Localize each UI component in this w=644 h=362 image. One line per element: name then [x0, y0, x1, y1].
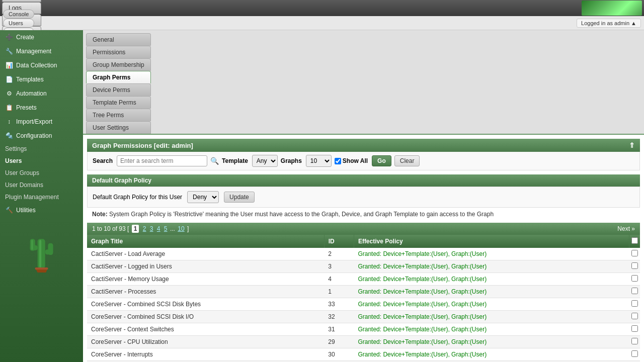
breadcrumb-item-console[interactable]: Console — [3, 10, 34, 19]
page-2[interactable]: 2 — [143, 225, 146, 232]
update-button[interactable]: Update — [224, 192, 255, 203]
go-button[interactable]: Go — [372, 155, 391, 166]
sidebar-item-create[interactable]: ➕Create — [0, 30, 83, 44]
svg-rect-8 — [35, 267, 48, 269]
cell-effective-policy: Granted: Device+Template:(User), Graph:(… — [354, 248, 629, 260]
sidebar-label-templates: Templates — [16, 76, 44, 83]
sidebar-item-templates[interactable]: 📄Templates — [0, 72, 83, 86]
table-row: CoreServer - Combined SCSI Disk I/O32Gra… — [87, 311, 640, 323]
row-checkbox-2[interactable] — [631, 275, 638, 282]
policy-label: Default Graph Policy for this User — [93, 194, 182, 201]
sidebar-item-import/export[interactable]: ↕Import/Export — [0, 115, 83, 129]
table-row: CoreServer - Combined SCSI Disk Bytes33G… — [87, 298, 640, 311]
policy-select[interactable]: Deny Allow — [187, 191, 219, 203]
sidebar-plain-user-groups[interactable]: User Groups — [0, 167, 83, 179]
graphs-label: Graphs — [281, 157, 302, 164]
row-checkbox-4[interactable] — [631, 300, 638, 307]
page-10[interactable]: 10 — [178, 225, 184, 232]
pagination-top-row: 1 to 10 of 93 [ 1 2 3 4 5 ... 10 ] Next … — [87, 223, 640, 235]
tab-user-settings[interactable]: User Settings — [86, 121, 151, 134]
sidebar-plain-settings[interactable]: Settings — [0, 143, 83, 155]
cell-id: 33 — [324, 298, 354, 311]
page-1-current[interactable]: 1 — [132, 225, 139, 233]
cell-effective-policy: Granted: Device+Template:(User), Graph:(… — [354, 336, 629, 348]
sidebar-item-configuration[interactable]: 🔩Configuration — [0, 129, 83, 143]
cell-effective-policy: Granted: Device+Template:(User), Graph:(… — [354, 286, 629, 298]
cell-graph-title: CoreServer - Context Switches — [87, 323, 324, 336]
col-id: ID — [324, 235, 354, 248]
panel-title: Graph Permissions [edit: admin] — [92, 142, 193, 149]
graphs-select[interactable]: 10 25 50 100 — [306, 155, 332, 167]
select-all-checkbox[interactable] — [631, 237, 638, 244]
sidebar-item-management[interactable]: 🔧Management — [0, 44, 83, 58]
page-ellipsis: ... — [170, 225, 175, 232]
show-all-checkbox[interactable] — [335, 158, 341, 164]
table-row: CoreServer - Context Switches31Granted: … — [87, 323, 640, 336]
sidebar-label-create: Create — [16, 34, 34, 41]
sidebar-plain-plugin-management[interactable]: Plugin Management — [0, 191, 83, 203]
cell-checkbox — [629, 311, 640, 323]
table-row: CactiServer - Load Average2Granted: Devi… — [87, 248, 640, 260]
next-button-top[interactable]: Next » — [617, 225, 635, 232]
tab-permissions[interactable]: Permissions — [86, 46, 151, 58]
tab-template-perms[interactable]: Template Perms — [86, 96, 151, 109]
row-checkbox-1[interactable] — [631, 262, 638, 269]
expand-icon[interactable]: ⇑ — [629, 141, 635, 149]
search-input[interactable] — [117, 155, 207, 166]
cell-id: 2 — [324, 248, 354, 260]
cell-id: 3 — [324, 260, 354, 273]
sidebar-label-configuration: Configuration — [16, 132, 52, 139]
cell-id: 30 — [324, 348, 354, 361]
cell-id: 32 — [324, 311, 354, 323]
cell-graph-title: CoreServer - CPU Utilization — [87, 336, 324, 348]
tab-graph-perms[interactable]: Graph Perms — [86, 71, 151, 83]
search-label: Search — [93, 157, 113, 164]
page-4[interactable]: 4 — [157, 225, 160, 232]
table-row: CactiServer - Memory Usage4Granted: Devi… — [87, 273, 640, 286]
content-area: GeneralPermissionsGroup MembershipGraph … — [83, 30, 644, 362]
pagination-top-text: 1 to 10 of 93 [ 1 2 3 4 5 ... 10 ] — [92, 225, 189, 232]
row-checkbox-6[interactable] — [631, 325, 638, 332]
sidebar-icon-import/export: ↕ — [5, 118, 13, 126]
sidebar-item-utilities[interactable]: 🔨Utilities — [0, 203, 83, 217]
sidebar-label-import/export: Import/Export — [16, 118, 52, 125]
sidebar-item-presets[interactable]: 📋Presets — [0, 101, 83, 115]
show-all-label: Show All — [343, 157, 368, 164]
sidebar-icon-templates: 📄 — [5, 75, 13, 83]
row-checkbox-0[interactable] — [631, 250, 638, 256]
panel-header: Graph Permissions [edit: admin] ⇑ — [87, 139, 640, 152]
default-policy-title: Default Graph Policy — [92, 177, 151, 184]
row-checkbox-3[interactable] — [631, 288, 638, 294]
template-select[interactable]: Any — [252, 155, 278, 167]
cell-checkbox — [629, 286, 640, 298]
cell-effective-policy: Granted: Device+Template:(User), Graph:(… — [354, 273, 629, 286]
cell-graph-title: CactiServer - Load Average — [87, 248, 324, 260]
sidebar-plain-users[interactable]: Users — [0, 155, 83, 167]
svg-rect-6 — [31, 240, 33, 250]
clear-button[interactable]: Clear — [394, 155, 420, 166]
login-info: Logged in as admin ▲ — [577, 19, 641, 28]
sidebar-icon-create: ➕ — [5, 33, 13, 41]
table-row: CoreServer - CPU Utilization29Granted: D… — [87, 336, 640, 348]
pagination-top: 1 to 10 of 93 [ 1 2 3 4 5 ... 10 ] Next … — [87, 223, 640, 235]
data-table: 1 to 10 of 93 [ 1 2 3 4 5 ... 10 ] Next … — [87, 223, 640, 362]
sidebar-item-data-collection[interactable]: 📊Data Collection — [0, 58, 83, 72]
breadcrumb-item-users[interactable]: Users — [3, 19, 34, 28]
svg-rect-0 — [37, 239, 45, 268]
row-checkbox-5[interactable] — [631, 313, 638, 319]
sidebar-item-automation[interactable]: ⚙Automation — [0, 86, 83, 101]
row-checkbox-8[interactable] — [631, 350, 638, 357]
page-3[interactable]: 3 — [150, 225, 153, 232]
cell-effective-policy: Granted: Device+Template:(User), Graph:(… — [354, 311, 629, 323]
tab-device-perms[interactable]: Device Perms — [86, 83, 151, 96]
tab-general[interactable]: General — [86, 33, 151, 46]
sidebar-label-utilities: Utilities — [16, 207, 36, 214]
row-checkbox-7[interactable] — [631, 338, 638, 344]
col-check-all[interactable] — [629, 235, 640, 248]
tab-group-membership[interactable]: Group Membership — [86, 58, 151, 71]
search-button[interactable]: 🔍 — [210, 157, 219, 165]
page-5[interactable]: 5 — [164, 225, 168, 232]
sidebar-plain-user-domains[interactable]: User Domains — [0, 179, 83, 191]
tab-tree-perms[interactable]: Tree Perms — [86, 109, 151, 121]
sidebar-icon-management: 🔧 — [5, 47, 13, 55]
